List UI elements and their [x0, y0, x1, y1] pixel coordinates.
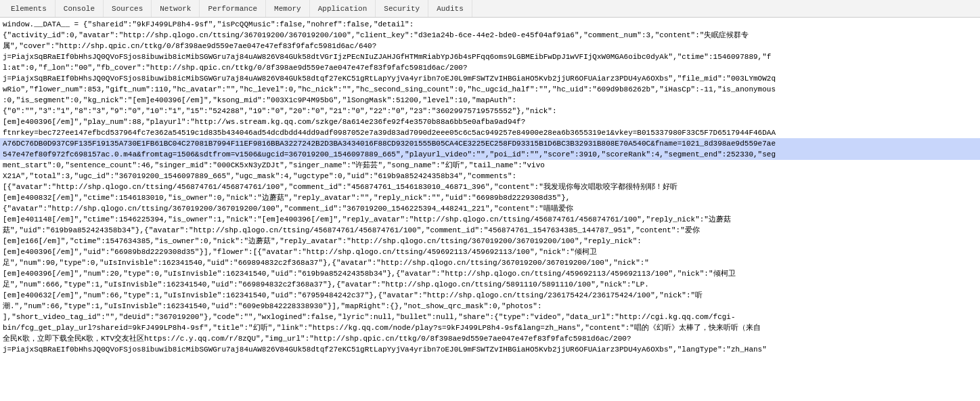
code-line: [{"avatar":"http://shp.qlogo.cn/ttsing/4…: [0, 182, 980, 192]
code-line: [em]e400632[/em]","num":66,"type":1,"uIs…: [0, 290, 980, 301]
code-line: :0,"is_segment":0,"kg_nick":"[em]e400396…: [0, 95, 980, 106]
code-line: 潮.","num":66,"type":1,"uIsInvisble":1623…: [0, 301, 980, 312]
code-line: {"avatar":"http://shp.qlogo.cn/ttsing/36…: [0, 203, 980, 214]
tab-security[interactable]: Security: [376, 0, 428, 17]
tab-bar: Elements Console Sources Network Perform…: [0, 0, 980, 18]
security-tab-label: Security: [384, 5, 420, 13]
code-line: [em]e400396[/em]","play_num":88,"playurl…: [0, 117, 980, 127]
tab-network[interactable]: Network: [152, 0, 200, 17]
sources-tab-label: Sources: [112, 5, 143, 13]
application-tab-label: Application: [318, 5, 368, 13]
tab-elements[interactable]: Elements: [3, 0, 55, 17]
tab-application[interactable]: Application: [310, 0, 376, 17]
code-line: [em]e400396[/em]","uid":"66989b8d2229308…: [0, 247, 980, 257]
code-line: A76DC76DB0D937C9F135F19135A730E1FB61BC04…: [0, 138, 980, 149]
memory-tab-label: Memory: [274, 5, 301, 13]
network-tab-label: Network: [160, 5, 191, 13]
code-line: {"0":"","3":"1","8":"3","9":"0","10":"1"…: [0, 106, 980, 117]
code-line: X21A","total":3,"ugc_id":"367019200_1546…: [0, 171, 980, 182]
elements-tab-label: Elements: [11, 5, 47, 13]
tab-sources[interactable]: Sources: [104, 0, 152, 17]
code-line: 菇","uid":"619b9a852424358b34"},{"avatar"…: [0, 225, 980, 236]
code-line: j=PiajxSqBRaEIf0bHhsJQ0QVoFSjos8ibuwib8i…: [0, 73, 980, 84]
code-line: ],"short_video_tag_id":"","deUid":"36701…: [0, 312, 980, 322]
code-line: 足","num":666,"type":1,"uIsInvisble":1623…: [0, 279, 980, 290]
code-line: l:at":0,"f_lon":"00","fb_cover":"http://…: [0, 62, 980, 73]
code-line: 全民K歌，立即下载全民K歌，KTV交友社区https://c.y.qq.com/…: [0, 333, 980, 344]
code-line: {"activity_id":0,"avatar":"http://shp.ql…: [0, 30, 980, 41]
code-line: 足","num":90,"type":0,"uIsInvisble":16234…: [0, 257, 980, 268]
code-line: [em]e166[/em]","ctime":1547634385,"is_ow…: [0, 236, 980, 247]
code-content[interactable]: window.__DATA__ = {"shareid":"9kFJ499LP8…: [0, 18, 980, 401]
code-line: [em]e400832[/em]","ctime":1546183010,"is…: [0, 192, 980, 203]
code-line: ment_start":0,"sentence_count":46,"singe…: [0, 160, 980, 171]
code-line: 547e47ef80f972fc698157ac.0.m4a&fromtag=1…: [0, 149, 980, 160]
content-area: window.__DATA__ = {"shareid":"9kFJ499LP8…: [0, 18, 980, 401]
code-line: [em]e400396[/em]","num":20,"type":0,"uIs…: [0, 268, 980, 279]
tab-audits[interactable]: Audits: [428, 0, 472, 17]
tab-memory[interactable]: Memory: [266, 0, 310, 17]
code-line: window.__DATA__ = {"shareid":"9kFJ499LP8…: [0, 19, 980, 30]
code-line: j=PiajxSqBRaEIf0bHhsJQ0QVoFSjos8ibuwib8i…: [0, 51, 980, 62]
code-line: j=PiajxSqBRaEIf0bHhsJQ0QVoFSjos8ibuwib8i…: [0, 344, 980, 355]
code-line: wRio","flower_num":853,"gift_num":110,"h…: [0, 84, 980, 95]
code-line: 属","cover":"http://shp.qpic.cn/ttkg/0/8f…: [0, 41, 980, 51]
tab-console[interactable]: Console: [55, 0, 104, 17]
code-line: bin/fcg_get_play_url?shareid=9kFJ499LP8h…: [0, 322, 980, 333]
performance-tab-label: Performance: [208, 5, 257, 13]
tab-performance[interactable]: Performance: [200, 0, 266, 17]
code-line: ftnrkey=bec727ee147efbcd537964fc7e362a54…: [0, 127, 980, 138]
code-line: [em]e401148[/em]","ctime":1546225394,"is…: [0, 214, 980, 225]
console-tab-label: Console: [64, 5, 95, 13]
audits-tab-label: Audits: [437, 5, 464, 13]
devtools-container: Elements Console Sources Network Perform…: [0, 0, 980, 401]
